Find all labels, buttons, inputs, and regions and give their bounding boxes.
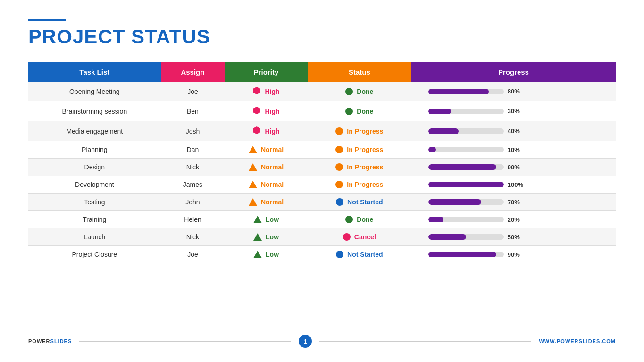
cell-priority: High	[225, 101, 308, 121]
cell-status: In Progress	[308, 121, 411, 141]
footer-line-right	[319, 341, 531, 342]
status-dot-icon	[335, 181, 343, 188]
cell-task: Development	[28, 176, 161, 194]
status-dot-icon	[345, 108, 353, 115]
table-row: TestingJohnNormalNot Started70%	[28, 194, 616, 211]
status-dot-icon	[336, 251, 343, 258]
priority-label: Normal	[261, 146, 284, 153]
triangle-icon	[249, 163, 257, 171]
cell-priority: Normal	[225, 176, 308, 194]
status-label: Not Started	[347, 251, 383, 258]
cell-status: In Progress	[308, 159, 411, 176]
status-label: Done	[357, 108, 373, 115]
col-header-priority: Priority	[225, 62, 308, 82]
cell-assign: Helen	[161, 211, 225, 228]
table-row: Project ClosureJoeLowNot Started90%	[28, 246, 616, 263]
project-status-table: Task List Assign Priority Status Progres…	[28, 62, 616, 263]
page-title: PROJECT STATUS	[28, 25, 616, 48]
cell-progress: 100%	[411, 176, 616, 194]
hexagon-icon	[252, 86, 261, 96]
cell-status: In Progress	[308, 176, 411, 194]
priority-label: High	[265, 88, 279, 95]
progress-label: 70%	[508, 199, 527, 206]
status-label: Cancel	[354, 233, 376, 241]
progress-label: 10%	[508, 146, 527, 153]
progress-bar-bg	[428, 217, 504, 222]
title-part2: STATUS	[131, 25, 210, 48]
progress-bar-bg	[428, 199, 504, 205]
cell-progress: 70%	[411, 194, 616, 211]
status-dot-icon	[335, 146, 343, 153]
progress-bar-fill	[428, 164, 496, 170]
progress-label: 90%	[508, 164, 527, 171]
status-label: Not Started	[347, 198, 383, 206]
progress-bar-bg	[428, 252, 504, 257]
svg-marker-2	[253, 126, 260, 134]
cell-task: Media engagement	[28, 121, 161, 141]
triangle-icon	[253, 216, 262, 223]
progress-bar-bg	[428, 147, 504, 152]
progress-bar-bg	[428, 128, 504, 134]
cell-task: Planning	[28, 141, 161, 159]
hexagon-icon	[252, 106, 261, 116]
cell-progress: 90%	[411, 159, 616, 176]
table-row: PlanningDanNormalIn Progress10%	[28, 141, 616, 159]
status-label: In Progress	[347, 146, 383, 153]
priority-label: High	[265, 127, 279, 135]
triangle-icon	[249, 146, 257, 153]
progress-bar-fill	[428, 128, 459, 134]
cell-assign: Joe	[161, 82, 225, 101]
cell-task: Launch	[28, 228, 161, 246]
priority-label: Low	[266, 216, 279, 223]
table-row: DevelopmentJamesNormalIn Progress100%	[28, 176, 616, 194]
priority-label: High	[265, 108, 279, 115]
progress-label: 30%	[508, 108, 527, 115]
cell-priority: High	[225, 121, 308, 141]
progress-bar-fill	[428, 182, 504, 187]
table-row: DesignNickNormalIn Progress90%	[28, 159, 616, 176]
footer-page-number: 1	[299, 335, 312, 348]
cell-progress: 80%	[411, 82, 616, 101]
cell-task: Project Closure	[28, 246, 161, 263]
svg-marker-0	[253, 87, 260, 94]
progress-bar-bg	[428, 182, 504, 187]
progress-label: 90%	[508, 251, 527, 258]
cell-status: Cancel	[308, 228, 411, 246]
table-row: TrainingHelenLowDone20%	[28, 211, 616, 228]
table-row: LaunchNickLowCancel50%	[28, 228, 616, 246]
progress-bar-bg	[428, 164, 504, 170]
cell-priority: Normal	[225, 159, 308, 176]
priority-label: Normal	[261, 181, 284, 188]
cell-status: In Progress	[308, 141, 411, 159]
cell-progress: 40%	[411, 121, 616, 141]
progress-bar-fill	[428, 217, 443, 222]
progress-label: 100%	[508, 181, 527, 188]
status-label: In Progress	[347, 181, 383, 188]
progress-bar-bg	[428, 109, 504, 114]
cell-progress: 50%	[411, 228, 616, 246]
cell-progress: 20%	[411, 211, 616, 228]
status-dot-icon	[335, 163, 343, 171]
hexagon-icon	[252, 126, 261, 136]
footer: POWERSLIDES 1 WWW.POWERSLIDES.COM	[28, 325, 616, 348]
cell-priority: Normal	[225, 194, 308, 211]
cell-status: Done	[308, 82, 411, 101]
cell-status: Done	[308, 101, 411, 121]
progress-bar-fill	[428, 252, 496, 257]
table-row: Brainstorming sessionBenHighDone30%	[28, 101, 616, 121]
priority-label: Low	[266, 251, 279, 258]
cell-priority: Low	[225, 246, 308, 263]
status-label: Done	[357, 88, 373, 95]
col-header-assign: Assign	[161, 62, 225, 82]
col-header-status: Status	[308, 62, 411, 82]
col-header-task: Task List	[28, 62, 161, 82]
progress-label: 20%	[508, 216, 527, 223]
progress-bar-fill	[428, 89, 489, 94]
svg-marker-1	[253, 107, 260, 114]
progress-bar-bg	[428, 234, 504, 240]
status-label: In Progress	[347, 163, 383, 171]
cell-priority: High	[225, 82, 308, 101]
cell-priority: Low	[225, 211, 308, 228]
cell-assign: Dan	[161, 141, 225, 159]
cell-task: Training	[28, 211, 161, 228]
